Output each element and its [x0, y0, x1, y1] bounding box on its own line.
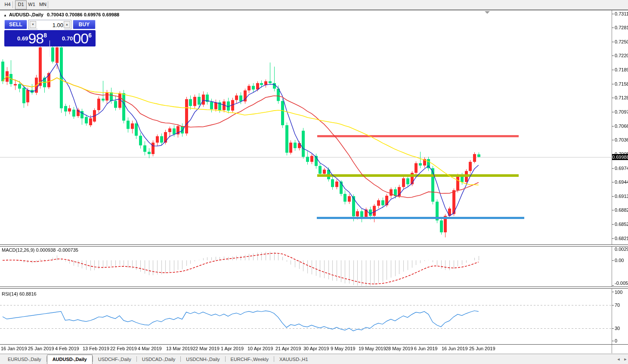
buy-price-sup: 6: [88, 32, 92, 39]
price-axis-label: 0.68520: [615, 222, 628, 227]
date-axis-label: 22 Mar 2019: [193, 346, 220, 351]
timeframe-toolbar: H4D1W1MN: [0, 0, 628, 10]
toolbar-separator: [48, 1, 48, 8]
rsi-label: RSI(14) 60.8816: [2, 291, 37, 296]
date-axis-label: 19 May 2019: [359, 346, 386, 351]
date-axis-label: 6 Jun 2019: [414, 346, 437, 351]
symbol-tab-eurusd[interactable]: EURUSD-,Daily: [3, 355, 46, 364]
price-axis-label: 0.68210: [615, 236, 628, 241]
symbol-tab-usdcad[interactable]: USDCAD-,Daily: [137, 355, 181, 364]
date-axis-label: 25 Jun 2019: [469, 346, 495, 351]
date-axis-label: 1 Apr 2019: [221, 346, 244, 351]
chart-symbol-title: AUDUSD-,Daily: [9, 12, 43, 17]
date-axis-label: 4 Feb 2019: [55, 346, 79, 351]
symbol-tab-xauusd[interactable]: XAUUSD-,H1: [274, 355, 313, 364]
price-axis-label: 0.69130: [615, 194, 628, 199]
timeframe-button-w1[interactable]: W1: [26, 0, 37, 9]
date-axis-label: 25 Jan 2019: [28, 346, 54, 351]
price-axis-label: 0.71890: [615, 67, 628, 72]
buy-price-small: 0.70: [62, 35, 73, 42]
symbol-tab-bar: EURUSD-,DailyAUDUSD-,DailyUSDCHF-,DailyU…: [0, 354, 628, 364]
price-axis-label: 0.68825: [615, 207, 628, 213]
current-price-tag: 0.69988: [612, 154, 628, 160]
sell-button[interactable]: SELL: [4, 20, 27, 29]
buy-price[interactable]: 0.70006: [50, 30, 95, 46]
terminal-window: H4D1W1MN ▲AUDUSD-,Daily0.70043 0.70086 0…: [0, 0, 628, 364]
price-axis-label: 0.69745: [615, 166, 628, 171]
tab-scroll-right-icon[interactable]: ►: [623, 357, 628, 362]
timeframe-button-h4[interactable]: H4: [2, 0, 13, 9]
sell-price-big: 98: [28, 30, 43, 46]
symbol-tab-usdcnh[interactable]: USDCNH-,Daily: [181, 355, 225, 364]
macd-label: MACD(12,26,9) 0.000938 -0.000735: [2, 247, 78, 253]
date-axis-label: 4 Mar 2019: [138, 346, 162, 351]
buy-button[interactable]: BUY: [73, 20, 96, 29]
price-axis-label: 0.71585: [615, 81, 628, 86]
symbol-tabs: EURUSD-,DailyAUDUSD-,DailyUSDCHF-,DailyU…: [3, 354, 313, 364]
macd-axis-label: -0.005256: [615, 281, 628, 286]
symbol-tab-audusd[interactable]: AUDUSD-,Daily: [47, 355, 93, 364]
date-axis-label: 21 Apr 2019: [275, 346, 301, 351]
rsi-axis-label: 0: [615, 338, 617, 343]
timeframe-button-d1[interactable]: D1: [15, 0, 27, 9]
one-click-trade-panel: SELL ▼ ▲ BUY 0.69988 0.70006: [4, 20, 96, 46]
rsi-axis-label: 30: [615, 326, 620, 331]
sell-price-sup: 8: [43, 32, 47, 39]
price-axis-label: 0.70970: [615, 109, 628, 114]
date-axis-label: 13 Mar 2019: [166, 346, 193, 351]
sell-price-small: 0.69: [17, 35, 28, 42]
bid-ask-display[interactable]: 0.69988 0.70006: [4, 30, 96, 46]
chart-shift-marker-icon[interactable]: [485, 11, 490, 14]
collapse-panel-icon[interactable]: ▲: [3, 13, 7, 17]
buy-price-big: 00: [73, 30, 88, 46]
tab-scroll-left-icon[interactable]: ◄: [616, 357, 621, 362]
rsi-axis-label: 70: [615, 302, 620, 308]
date-axis-label: 28 May 2019: [386, 346, 413, 351]
volume-increment-icon[interactable]: ▲: [64, 21, 70, 28]
chart-ohlc-values: 0.70043 0.70086 0.69976 0.69988: [47, 12, 119, 17]
sell-price[interactable]: 0.69988: [4, 30, 49, 46]
rsi-axis-label: 100: [615, 290, 622, 295]
macd-axis-label: 0.00: [615, 258, 624, 263]
date-axis-label: 22 Feb 2019: [110, 346, 137, 351]
date-axis-label: 9 May 2019: [331, 346, 355, 351]
volume-input[interactable]: [37, 21, 64, 29]
volume-stepper: ▼ ▲: [28, 20, 71, 29]
macd-axis-label: 0.002984: [615, 247, 628, 252]
date-axis-label: 16 Jun 2019: [442, 346, 468, 351]
price-axis-label: 0.70665: [615, 123, 628, 129]
price-divider: [49, 40, 50, 57]
price-axis-label: 0.72505: [615, 39, 628, 44]
timeframe-button-mn[interactable]: MN: [37, 0, 48, 9]
price-axis-separator: [612, 10, 612, 353]
macd-pane-splitter[interactable]: [0, 244, 628, 247]
chart-header: ▲AUDUSD-,Daily0.70043 0.70086 0.69976 0.…: [3, 12, 119, 17]
rsi-pane-splitter[interactable]: [0, 287, 628, 289]
price-axis-label: 0.70360: [615, 137, 628, 142]
date-axis-label: 30 Apr 2019: [303, 346, 329, 351]
toolbar-separator: [12, 1, 13, 8]
date-axis-label: 10 Apr 2019: [247, 346, 273, 351]
price-axis-label: 0.72200: [615, 53, 628, 58]
price-axis-label: 0.72810: [615, 25, 628, 30]
volume-decrement-icon[interactable]: ▼: [30, 21, 36, 28]
date-axis-label: 13 Feb 2019: [83, 346, 109, 351]
date-axis-separator: [0, 344, 628, 345]
chart-canvas[interactable]: [0, 0, 628, 364]
price-axis-label: 0.71280: [615, 95, 628, 100]
symbol-tab-usdchf[interactable]: USDCHF-,Daily: [93, 355, 136, 364]
price-axis-label: 0.69440: [615, 179, 628, 185]
chart-top-border: [0, 10, 628, 10]
symbol-tab-eurchf[interactable]: EURCHF-,Weekly: [226, 355, 274, 364]
date-axis-label: 16 Jan 2019: [1, 346, 27, 351]
price-axis-label: 0.73115: [615, 11, 628, 16]
